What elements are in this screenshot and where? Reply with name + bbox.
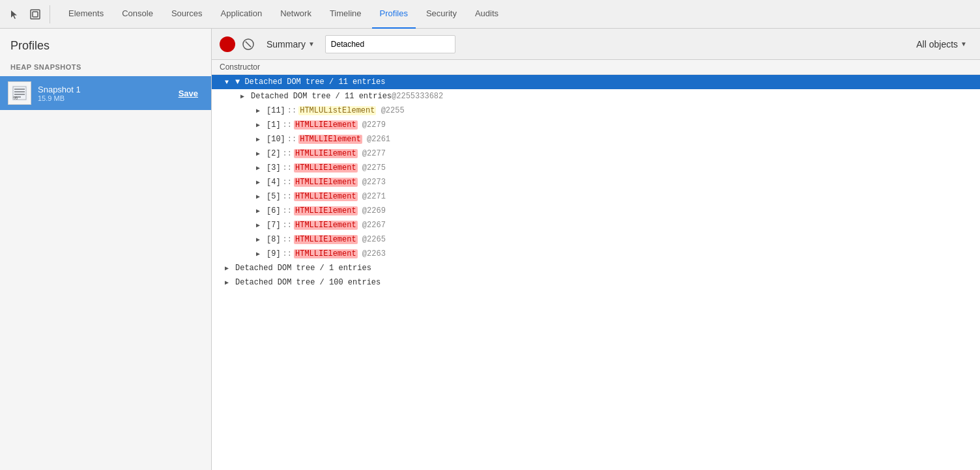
summary-arrow-icon: ▼ bbox=[308, 40, 315, 48]
tree-row-child-2[interactable]: ▶ [2] :: HTMLLIElement @2277 bbox=[212, 146, 980, 161]
child-arrow-6[interactable]: ▶ bbox=[256, 207, 267, 215]
tree-row-child-5[interactable]: ▶ [5] :: HTMLLIElement @2271 bbox=[212, 189, 980, 204]
tab-network[interactable]: Network bbox=[272, 0, 319, 29]
svg-text:%: % bbox=[13, 95, 18, 101]
at-10: @2261 bbox=[362, 135, 390, 144]
tree-row-child-6[interactable]: ▶ [6] :: HTMLLIElement @2269 bbox=[212, 204, 980, 218]
collapsed-arrow-1[interactable]: ▶ bbox=[225, 264, 235, 272]
child-arrow-3[interactable]: ▶ bbox=[256, 164, 267, 172]
element-9: HTMLLIElement bbox=[294, 249, 358, 258]
cursor-icon[interactable] bbox=[5, 5, 23, 23]
tree-content: ▼ ▼ Detached DOM tree / 11 entries ▶ Det… bbox=[212, 75, 980, 470]
tab-sources[interactable]: Sources bbox=[164, 0, 210, 29]
tree-row-child-1[interactable]: ▶ [1] :: HTMLLIElement @2279 bbox=[212, 118, 980, 132]
selected-row-label: ▼ Detached DOM tree / 11 entries bbox=[235, 77, 385, 87]
summary-dropdown[interactable]: Summary ▼ bbox=[261, 36, 320, 52]
tree-row-child-9[interactable]: ▶ [9] :: HTMLLIElement @2263 bbox=[212, 247, 980, 261]
tree-row-child-10[interactable]: ▶ [10] :: HTMLLIElement @2261 bbox=[212, 132, 980, 146]
child-arrow-11[interactable]: ▶ bbox=[256, 107, 267, 115]
at-4: @2273 bbox=[358, 178, 386, 187]
tab-timeline[interactable]: Timeline bbox=[322, 0, 369, 29]
tab-elements[interactable]: Elements bbox=[61, 0, 111, 29]
constructor-header: Constructor bbox=[212, 60, 980, 75]
sep-8: :: bbox=[283, 235, 292, 244]
sep-3: :: bbox=[283, 163, 292, 173]
tree-row-collapsed-100[interactable]: ▶ Detached DOM tree / 100 entries bbox=[212, 275, 980, 290]
sep-1: :: bbox=[283, 120, 292, 130]
sep-5: :: bbox=[283, 192, 292, 201]
filter-input[interactable] bbox=[325, 35, 455, 53]
main-layout: Profiles HEAP SNAPSHOTS % Snapshot 1 15.… bbox=[0, 29, 980, 470]
index-11: [11] bbox=[267, 106, 285, 115]
child-arrow-1[interactable]: ▶ bbox=[256, 121, 267, 129]
snapshot-name: Snapshot 1 bbox=[38, 85, 173, 94]
clear-button[interactable] bbox=[240, 36, 256, 52]
at-1: @2279 bbox=[358, 120, 386, 130]
parent-label: Detached DOM tree / 11 entries bbox=[251, 92, 392, 101]
tree-row-child-7[interactable]: ▶ [7] :: HTMLLIElement @2267 bbox=[212, 218, 980, 232]
at-5: @2271 bbox=[358, 192, 386, 201]
index-9: [9] bbox=[267, 249, 281, 258]
svg-rect-1 bbox=[33, 12, 38, 17]
inspect-icon[interactable] bbox=[26, 5, 44, 23]
expand-arrow[interactable]: ▼ bbox=[225, 79, 235, 86]
index-1: [1] bbox=[267, 120, 281, 130]
sep-9: :: bbox=[283, 249, 292, 258]
element-1: HTMLLIElement bbox=[294, 120, 358, 130]
tab-audits[interactable]: Audits bbox=[467, 0, 506, 29]
tab-console[interactable]: Console bbox=[114, 0, 161, 29]
tree-row-child-3[interactable]: ▶ [3] :: HTMLLIElement @2275 bbox=[212, 161, 980, 175]
child-arrow-7[interactable]: ▶ bbox=[256, 221, 267, 229]
all-objects-dropdown[interactable]: All objects ▼ bbox=[911, 36, 972, 52]
save-button[interactable]: Save bbox=[173, 86, 203, 101]
element-11: HTMLUListElement bbox=[298, 106, 376, 115]
index-8: [8] bbox=[267, 235, 281, 244]
index-7: [7] bbox=[267, 221, 281, 230]
at-7: @2267 bbox=[358, 221, 386, 230]
element-2: HTMLLIElement bbox=[294, 149, 358, 158]
snapshot-icon: % bbox=[8, 81, 31, 105]
sep-11: :: bbox=[287, 106, 296, 115]
tree-row-parent[interactable]: ▶ Detached DOM tree / 11 entries @225533… bbox=[212, 89, 980, 104]
element-6: HTMLLIElement bbox=[294, 206, 358, 215]
child-arrow-10[interactable]: ▶ bbox=[256, 135, 267, 143]
tree-row-child-11[interactable]: ▶ [11] :: HTMLUListElement @2255 bbox=[212, 104, 980, 118]
collapsed-arrow-100[interactable]: ▶ bbox=[225, 279, 235, 286]
index-4: [4] bbox=[267, 178, 281, 187]
element-7: HTMLLIElement bbox=[294, 221, 358, 230]
child-arrow-4[interactable]: ▶ bbox=[256, 178, 267, 186]
index-10: [10] bbox=[267, 135, 285, 144]
child-arrow-9[interactable]: ▶ bbox=[256, 250, 267, 258]
tab-application[interactable]: Application bbox=[213, 0, 270, 29]
sep-4: :: bbox=[283, 178, 292, 187]
element-4: HTMLLIElement bbox=[294, 178, 358, 187]
sep-7: :: bbox=[283, 221, 292, 230]
index-6: [6] bbox=[267, 206, 281, 215]
index-3: [3] bbox=[267, 163, 281, 173]
child-arrow-8[interactable]: ▶ bbox=[256, 236, 267, 243]
parent-at: @2255333682 bbox=[392, 92, 443, 101]
sidebar-section-title: HEAP SNAPSHOTS bbox=[0, 58, 211, 76]
all-objects-arrow-icon: ▼ bbox=[960, 40, 967, 48]
index-5: [5] bbox=[267, 192, 281, 201]
parent-arrow[interactable]: ▶ bbox=[240, 92, 251, 100]
top-nav: Elements Console Sources Application Net… bbox=[0, 0, 980, 29]
record-button[interactable] bbox=[220, 36, 235, 52]
nav-icons bbox=[5, 5, 53, 23]
element-8: HTMLLIElement bbox=[294, 235, 358, 244]
tree-row-selected[interactable]: ▼ ▼ Detached DOM tree / 11 entries bbox=[212, 75, 980, 89]
tree-row-collapsed-1[interactable]: ▶ Detached DOM tree / 1 entries bbox=[212, 261, 980, 275]
tab-security[interactable]: Security bbox=[418, 0, 465, 29]
sep-10: :: bbox=[287, 135, 296, 144]
tree-row-child-8[interactable]: ▶ [8] :: HTMLLIElement @2265 bbox=[212, 232, 980, 247]
child-arrow-5[interactable]: ▶ bbox=[256, 193, 267, 200]
index-2: [2] bbox=[267, 149, 281, 158]
svg-line-10 bbox=[246, 41, 251, 46]
tab-profiles[interactable]: Profiles bbox=[372, 0, 416, 29]
snapshot-item[interactable]: % Snapshot 1 15.9 MB Save bbox=[0, 76, 211, 110]
tree-row-child-4[interactable]: ▶ [4] :: HTMLLIElement @2273 bbox=[212, 175, 980, 189]
content-area: Summary ▼ All objects ▼ Constructor ▼ ▼ … bbox=[212, 29, 980, 470]
at-11: @2255 bbox=[376, 106, 404, 115]
element-10: HTMLLIElement bbox=[298, 135, 362, 144]
child-arrow-2[interactable]: ▶ bbox=[256, 150, 267, 158]
